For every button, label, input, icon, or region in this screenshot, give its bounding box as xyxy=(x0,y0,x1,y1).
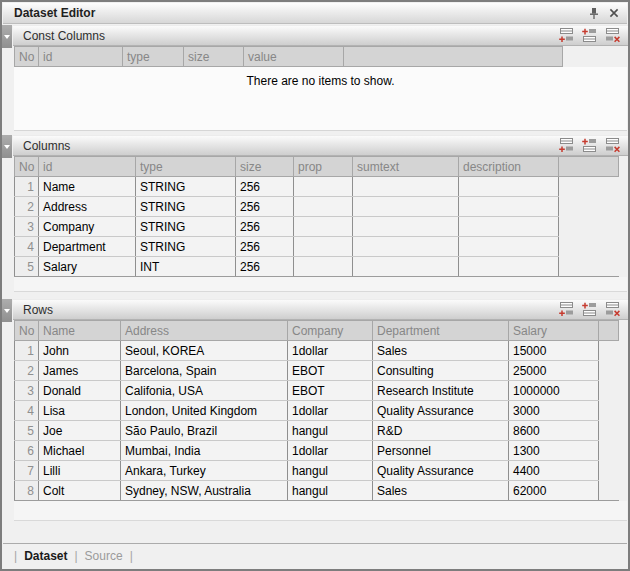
table-row[interactable]: 4 Lisa London, United Kingdom 1dollar Qu… xyxy=(15,401,619,421)
add-row-icon[interactable] xyxy=(558,302,575,317)
delete-row-icon[interactable] xyxy=(604,138,621,153)
cell-name[interactable]: Joe xyxy=(39,421,121,441)
cell-sumtext[interactable] xyxy=(353,217,459,237)
cell-company[interactable]: 1dollar xyxy=(288,341,373,361)
table-row[interactable]: 5 Joe São Paulo, Brazil hangul R&D 8600 xyxy=(15,421,619,441)
column-header-salary[interactable]: Salary xyxy=(509,321,599,341)
close-icon[interactable] xyxy=(609,8,619,18)
cell-id[interactable]: Name xyxy=(39,177,136,197)
table-row[interactable]: 7 Lilli Ankara, Turkey hangul Quality As… xyxy=(15,461,619,481)
row-number-cell[interactable]: 3 xyxy=(15,381,39,401)
row-number-cell[interactable]: 7 xyxy=(15,461,39,481)
cell-type[interactable]: STRING xyxy=(136,217,236,237)
table-row[interactable]: 4 Department STRING 256 xyxy=(15,237,619,257)
cell-company[interactable]: 1dollar xyxy=(288,401,373,421)
column-header-description[interactable]: description xyxy=(459,157,559,177)
cell-type[interactable]: STRING xyxy=(136,197,236,217)
row-number-cell[interactable]: 1 xyxy=(15,341,39,361)
column-header-size[interactable]: size xyxy=(236,157,294,177)
row-number-cell[interactable]: 2 xyxy=(15,197,39,217)
cell-sumtext[interactable] xyxy=(353,257,459,277)
column-header-no[interactable]: No xyxy=(15,321,39,341)
cell-prop[interactable] xyxy=(294,257,353,277)
row-number-cell[interactable]: 3 xyxy=(15,217,39,237)
pin-icon[interactable] xyxy=(588,7,600,20)
cell-prop[interactable] xyxy=(294,217,353,237)
column-header-no[interactable]: No xyxy=(15,157,39,177)
insert-row-icon[interactable] xyxy=(581,138,598,153)
const-columns-collapse-button[interactable] xyxy=(2,25,12,48)
cell-salary[interactable]: 8600 xyxy=(509,421,599,441)
cell-description[interactable] xyxy=(459,217,559,237)
cell-name[interactable]: Donald xyxy=(39,381,121,401)
row-number-cell[interactable]: 2 xyxy=(15,361,39,381)
cell-name[interactable]: Lilli xyxy=(39,461,121,481)
column-header-id[interactable]: id xyxy=(39,157,136,177)
cell-prop[interactable] xyxy=(294,177,353,197)
column-header-address[interactable]: Address xyxy=(121,321,288,341)
cell-name[interactable]: Michael xyxy=(39,441,121,461)
add-row-icon[interactable] xyxy=(558,28,575,43)
cell-size[interactable]: 256 xyxy=(236,177,294,197)
cell-address[interactable]: Mumbai, India xyxy=(121,441,288,461)
cell-company[interactable]: EBOT xyxy=(288,361,373,381)
table-row[interactable]: 3 Donald Califonia, USA EBOT Research In… xyxy=(15,381,619,401)
table-row[interactable]: 3 Company STRING 256 xyxy=(15,217,619,237)
cell-name[interactable]: Colt xyxy=(39,481,121,501)
cell-type[interactable]: INT xyxy=(136,257,236,277)
cell-sumtext[interactable] xyxy=(353,197,459,217)
row-number-cell[interactable]: 8 xyxy=(15,481,39,501)
delete-row-icon[interactable] xyxy=(604,28,621,43)
column-header-company[interactable]: Company xyxy=(288,321,373,341)
cell-name[interactable]: James xyxy=(39,361,121,381)
table-row[interactable]: 1 Name STRING 256 xyxy=(15,177,619,197)
cell-department[interactable]: Quality Assurance xyxy=(373,401,509,421)
cell-department[interactable]: R&D xyxy=(373,421,509,441)
delete-row-icon[interactable] xyxy=(604,302,621,317)
cell-salary[interactable]: 25000 xyxy=(509,361,599,381)
cell-address[interactable]: Sydney, NSW, Australia xyxy=(121,481,288,501)
cell-prop[interactable] xyxy=(294,197,353,217)
cell-company[interactable]: hangul xyxy=(288,461,373,481)
cell-size[interactable]: 256 xyxy=(236,217,294,237)
cell-name[interactable]: Lisa xyxy=(39,401,121,421)
row-number-cell[interactable]: 4 xyxy=(15,237,39,257)
column-header-type[interactable]: type xyxy=(123,47,184,67)
cell-description[interactable] xyxy=(459,177,559,197)
cell-department[interactable]: Personnel xyxy=(373,441,509,461)
cell-salary[interactable]: 4400 xyxy=(509,461,599,481)
cell-address[interactable]: São Paulo, Brazil xyxy=(121,421,288,441)
cell-salary[interactable]: 3000 xyxy=(509,401,599,421)
table-row[interactable]: 6 Michael Mumbai, India 1dollar Personne… xyxy=(15,441,619,461)
column-header-value[interactable]: value xyxy=(244,47,344,67)
cell-department[interactable]: Quality Assurance xyxy=(373,461,509,481)
cell-company[interactable]: hangul xyxy=(288,481,373,501)
cell-department[interactable]: Sales xyxy=(373,341,509,361)
rows-collapse-button[interactable] xyxy=(2,299,12,322)
cell-sumtext[interactable] xyxy=(353,237,459,257)
insert-row-icon[interactable] xyxy=(581,302,598,317)
cell-description[interactable] xyxy=(459,197,559,217)
row-number-cell[interactable]: 6 xyxy=(15,441,39,461)
table-row[interactable]: 2 James Barcelona, Spain EBOT Consulting… xyxy=(15,361,619,381)
cell-company[interactable]: EBOT xyxy=(288,381,373,401)
cell-id[interactable]: Department xyxy=(39,237,136,257)
table-row[interactable]: 1 John Seoul, KOREA 1dollar Sales 15000 xyxy=(15,341,619,361)
column-header-id[interactable]: id xyxy=(39,47,123,67)
cell-salary[interactable]: 15000 xyxy=(509,341,599,361)
table-row[interactable]: 8 Colt Sydney, NSW, Australia hangul Sal… xyxy=(15,481,619,501)
cell-salary[interactable]: 1300 xyxy=(509,441,599,461)
tab-dataset[interactable]: Dataset xyxy=(24,549,67,563)
column-header-prop[interactable]: prop xyxy=(294,157,353,177)
cell-size[interactable]: 256 xyxy=(236,237,294,257)
add-row-icon[interactable] xyxy=(558,138,575,153)
cell-salary[interactable]: 62000 xyxy=(509,481,599,501)
cell-department[interactable]: Consulting xyxy=(373,361,509,381)
cell-address[interactable]: London, United Kingdom xyxy=(121,401,288,421)
cell-description[interactable] xyxy=(459,257,559,277)
cell-id[interactable]: Address xyxy=(39,197,136,217)
cell-prop[interactable] xyxy=(294,237,353,257)
tab-source[interactable]: Source xyxy=(85,549,123,563)
cell-type[interactable]: STRING xyxy=(136,177,236,197)
cell-address[interactable]: Seoul, KOREA xyxy=(121,341,288,361)
